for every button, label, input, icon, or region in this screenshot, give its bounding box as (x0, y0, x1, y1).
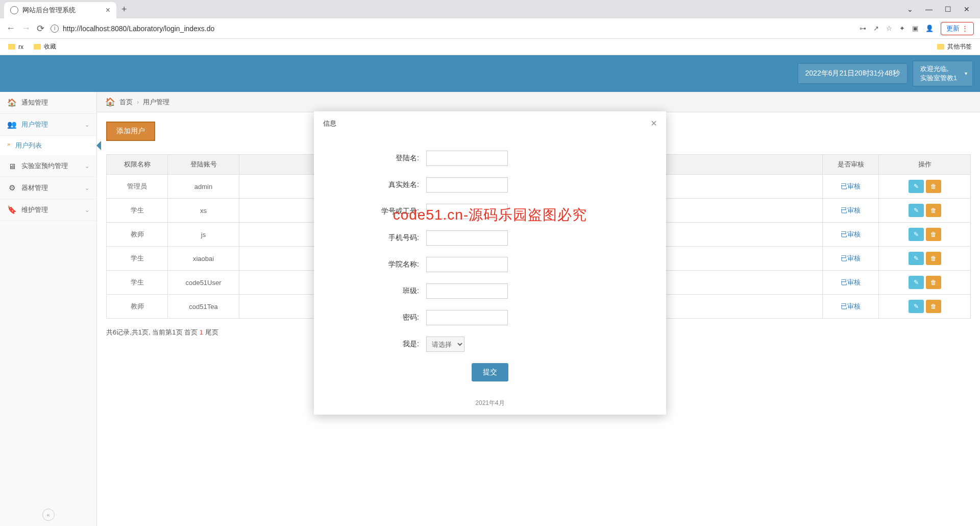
delete-button[interactable]: 🗑 (926, 300, 941, 313)
cell-audit: 已审核 (823, 199, 879, 223)
sidebar-item-label: 实验室预约管理 (21, 161, 68, 171)
cell-audit: 已审核 (823, 247, 879, 271)
submit-button[interactable]: 提交 (472, 363, 508, 381)
window-controls: ⌄ — ☐ ✕ (907, 5, 976, 13)
delete-button[interactable]: 🗑 (926, 276, 941, 289)
pager-tail: 尾页 (203, 328, 218, 336)
datetime-display: 2022年6月21日20时31分48秒 (798, 63, 908, 84)
sidebar-item-equipment[interactable]: ⚙ 器材管理 ⌄ (0, 177, 96, 199)
password-input[interactable] (426, 310, 508, 325)
cell-account: cod51Tea (168, 295, 239, 319)
edit-button[interactable]: ✎ (909, 228, 924, 241)
pager-current: 1 (200, 328, 203, 336)
close-icon[interactable]: × (651, 117, 657, 129)
tab-title: 网站后台管理系统 (22, 6, 76, 15)
edit-button[interactable]: ✎ (909, 300, 924, 313)
bookmark-other[interactable]: 其他书签 (937, 42, 972, 51)
edit-button[interactable]: ✎ (909, 204, 924, 217)
cell-role: 学生 (107, 199, 168, 223)
label-login: 登陆名: (334, 154, 426, 163)
globe-icon (10, 6, 18, 14)
sidebar: 🏠 通知管理 👥 用户管理 ⌄ 用户列表 🖥 实验室预约管理 ⌄ ⚙ 器材管理 … (0, 92, 97, 526)
cell-audit: 已审核 (823, 271, 879, 295)
bookmark-fav[interactable]: 收藏 (34, 42, 56, 51)
edit-button[interactable]: ✎ (909, 276, 924, 289)
profile-icon[interactable]: 👤 (925, 25, 934, 32)
site-info-icon[interactable]: i (51, 25, 59, 33)
sidebar-item-maintain[interactable]: 🔖 维护管理 ⌄ (0, 199, 96, 221)
college-input[interactable] (426, 257, 508, 272)
cell-ops: ✎🗑 (879, 271, 971, 295)
app-header: 2022年6月21日20时31分48秒 欢迎光临, 实验室管教1 (0, 55, 980, 92)
browser-tab[interactable]: 网站后台管理系统 × (4, 2, 116, 18)
cell-ops: ✎🗑 (879, 295, 971, 319)
th-role: 权限名称 (107, 155, 168, 175)
edit-button[interactable]: ✎ (909, 252, 924, 265)
sidebar-item-user[interactable]: 👥 用户管理 ⌄ (0, 114, 96, 136)
cell-role: 教师 (107, 295, 168, 319)
breadcrumb-current: 用户管理 (143, 98, 169, 107)
audit-link[interactable]: 已审核 (841, 302, 861, 310)
browser-chrome: 网站后台管理系统 × + ⌄ — ☐ ✕ ← → ⟳ i http://loca… (0, 0, 980, 55)
bookmark-rx[interactable]: rx (8, 43, 23, 51)
new-tab-button[interactable]: + (121, 4, 127, 15)
breadcrumb: 🏠 首页 › 用户管理 (97, 92, 980, 112)
role-select[interactable]: 请选择 (426, 337, 464, 352)
update-button[interactable]: 更新 ⋮ (941, 22, 974, 35)
collapse-sidebar-button[interactable]: « (42, 509, 55, 521)
cell-audit: 已审核 (823, 175, 879, 199)
audit-link[interactable]: 已审核 (841, 182, 861, 190)
studentid-input[interactable] (426, 204, 508, 219)
delete-button[interactable]: 🗑 (926, 204, 941, 217)
cell-role: 教师 (107, 223, 168, 247)
phone-input[interactable] (426, 230, 508, 246)
add-user-button[interactable]: 添加用户 (106, 122, 155, 141)
cell-account: xs (168, 199, 239, 223)
audit-link[interactable]: 已审核 (841, 230, 861, 238)
maximize-icon[interactable]: ☐ (945, 5, 951, 13)
bookmark-bar: rx 收藏 其他书签 (0, 39, 980, 55)
cell-account: code51User (168, 271, 239, 295)
label-class: 班级: (334, 286, 426, 296)
delete-button[interactable]: 🗑 (926, 252, 941, 265)
url-field[interactable]: i http://localhost:8080/Laboratory/login… (51, 25, 853, 33)
minimize-icon[interactable]: — (925, 5, 933, 13)
star-icon[interactable]: ☆ (886, 25, 892, 32)
extensions-icon[interactable]: ✦ (899, 25, 905, 32)
panel-icon[interactable]: ▣ (912, 25, 918, 32)
audit-link[interactable]: 已审核 (841, 254, 861, 262)
label-realname: 真实姓名: (334, 180, 426, 189)
class-input[interactable] (426, 283, 508, 299)
tab-bar: 网站后台管理系统 × + ⌄ — ☐ ✕ (0, 0, 980, 18)
sidebar-sub-userlist[interactable]: 用户列表 (0, 136, 96, 155)
modal-title: 信息 (323, 119, 336, 128)
chevron-down-icon[interactable]: ⌄ (907, 5, 913, 13)
reload-button[interactable]: ⟳ (37, 23, 44, 34)
tab-close-icon[interactable]: × (106, 6, 110, 15)
realname-input[interactable] (426, 177, 508, 193)
audit-link[interactable]: 已审核 (841, 206, 861, 214)
cell-role: 学生 (107, 247, 168, 271)
folder-icon (937, 44, 944, 50)
welcome-text: 欢迎光临, (920, 64, 957, 74)
delete-button[interactable]: 🗑 (926, 228, 941, 241)
sidebar-item-notice[interactable]: 🏠 通知管理 (0, 92, 96, 114)
forward-button[interactable]: → (21, 23, 31, 34)
key-icon[interactable]: ⊶ (860, 25, 866, 32)
audit-link[interactable]: 已审核 (841, 278, 861, 286)
label-studentid: 学号或工号: (334, 207, 426, 216)
share-icon[interactable]: ↗ (873, 25, 879, 32)
label-iam: 我是: (334, 340, 426, 349)
delete-button[interactable]: 🗑 (926, 180, 941, 193)
breadcrumb-home[interactable]: 首页 (119, 98, 133, 107)
info-modal: 信息 × 登陆名: 真实姓名: 学号或工号: 手机号码: 学院名称: 班级: 密… (314, 111, 666, 415)
back-button[interactable]: ← (6, 23, 15, 34)
close-window-icon[interactable]: ✕ (964, 5, 970, 13)
gear-icon: ⚙ (7, 183, 16, 193)
sidebar-item-lab[interactable]: 🖥 实验室预约管理 ⌄ (0, 155, 96, 177)
user-menu[interactable]: 欢迎光临, 实验室管教1 (913, 61, 973, 86)
edit-button[interactable]: ✎ (909, 180, 924, 193)
login-input[interactable] (426, 151, 508, 166)
chevron-down-icon: ⌄ (85, 122, 89, 128)
th-audit: 是否审核 (823, 155, 879, 175)
